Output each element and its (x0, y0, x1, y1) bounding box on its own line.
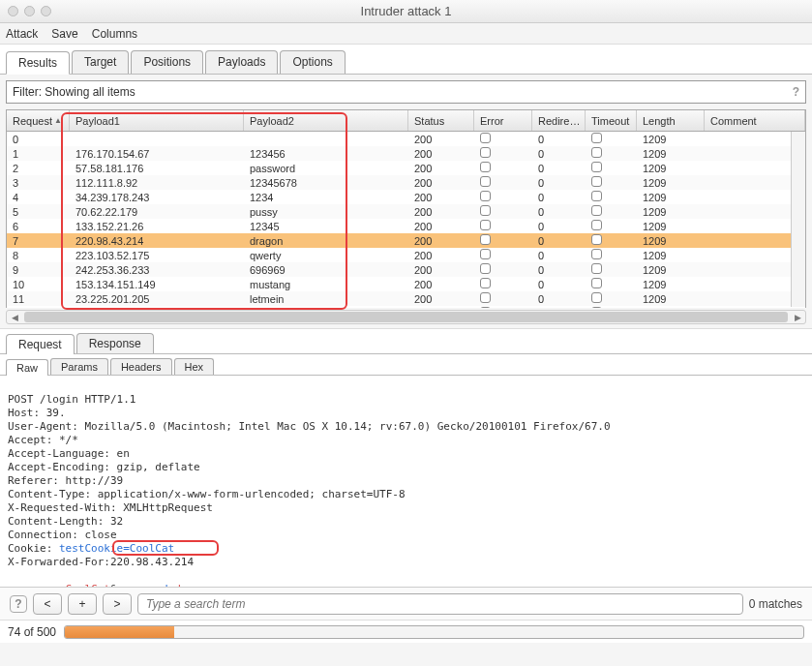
table-row[interactable]: 3112.111.8.921234567820001209 (7, 175, 805, 190)
error-checkbox (480, 307, 491, 308)
tab-params[interactable]: Params (50, 358, 108, 375)
tab-hex[interactable]: Hex (174, 358, 215, 375)
menu-attack[interactable]: Attack (6, 27, 38, 41)
timeout-checkbox (591, 176, 602, 187)
menu-save[interactable]: Save (51, 27, 77, 41)
error-checkbox (480, 234, 491, 245)
timeout-checkbox (591, 292, 602, 303)
timeout-checkbox (591, 162, 602, 172)
error-checkbox (480, 205, 491, 216)
col-timeout[interactable]: Timeout (586, 110, 637, 131)
timeout-checkbox (591, 234, 602, 245)
error-checkbox (480, 292, 491, 303)
col-redirect[interactable]: Redire… (532, 110, 586, 131)
table-row[interactable]: 12209.51.120.158baseball20001209 (7, 306, 805, 308)
error-checkbox (480, 220, 491, 230)
col-request[interactable]: Request (7, 110, 70, 131)
col-length[interactable]: Length (637, 110, 705, 131)
table-row[interactable]: 257.58.181.176password20001209 (7, 161, 805, 175)
tab-response[interactable]: Response (76, 333, 154, 353)
timeout-checkbox (591, 205, 602, 216)
table-row[interactable]: 10153.134.151.149mustang20001209 (7, 277, 805, 291)
progress-label: 74 of 500 (8, 625, 56, 639)
error-checkbox (480, 176, 491, 187)
menu-bar: Attack Save Columns (0, 23, 812, 45)
table-row[interactable]: 434.239.178.243123420001209 (7, 190, 805, 204)
error-checkbox (480, 147, 491, 158)
table-row[interactable]: 6133.152.21.261234520001209 (7, 219, 805, 233)
table-row[interactable]: 9242.253.36.23369696920001209 (7, 262, 805, 277)
error-checkbox (480, 191, 491, 201)
search-bar: ? < + > 0 matches (0, 587, 812, 620)
col-payload2[interactable]: Payload2 (244, 110, 408, 131)
results-table: Request Payload1 Payload2 Status Error R… (6, 109, 806, 308)
raw-request-view[interactable]: POST /login HTTP/1.1 Host: 39. User-Agen… (0, 376, 812, 587)
window-title: Intruder attack 1 (0, 4, 812, 18)
timeout-checkbox (591, 307, 602, 308)
col-status[interactable]: Status (408, 110, 474, 131)
add-button[interactable]: + (68, 593, 97, 615)
col-comment[interactable]: Comment (705, 110, 805, 131)
help-icon[interactable]: ? (793, 85, 799, 99)
col-payload1[interactable]: Payload1 (70, 110, 244, 131)
col-error[interactable]: Error (474, 110, 532, 131)
scroll-left-icon[interactable]: ◀ (7, 311, 22, 323)
table-header: Request Payload1 Payload2 Status Error R… (7, 110, 805, 132)
filter-text: Filter: Showing all items (13, 85, 135, 99)
table-row[interactable]: 8223.103.52.175qwerty20001209 (7, 248, 805, 262)
table-row[interactable]: 1176.170.154.6712345620001209 (7, 146, 805, 161)
search-input[interactable] (137, 593, 743, 615)
error-checkbox (480, 162, 491, 172)
filter-bar[interactable]: Filter: Showing all items ? (6, 80, 806, 104)
tab-raw[interactable]: Raw (6, 359, 48, 376)
vertical-scrollbar[interactable] (791, 132, 805, 307)
error-checkbox (480, 133, 491, 143)
table-row[interactable]: 7220.98.43.214dragon20001209 (7, 233, 805, 248)
timeout-checkbox (591, 147, 602, 158)
timeout-checkbox (591, 278, 602, 288)
timeout-checkbox (591, 263, 602, 274)
timeout-checkbox (591, 133, 602, 143)
progress-bar-row: 74 of 500 (0, 620, 812, 643)
timeout-checkbox (591, 191, 602, 201)
prev-match-button[interactable]: < (33, 593, 62, 615)
match-count: 0 matches (749, 597, 802, 611)
error-checkbox (480, 278, 491, 288)
tab-options[interactable]: Options (280, 50, 345, 74)
tab-headers[interactable]: Headers (110, 358, 172, 375)
next-match-button[interactable]: > (103, 593, 132, 615)
menu-columns[interactable]: Columns (92, 27, 137, 41)
error-checkbox (480, 249, 491, 259)
horizontal-scrollbar[interactable]: ◀ ▶ (6, 310, 806, 324)
table-row[interactable]: 020001209 (7, 132, 805, 146)
help-icon[interactable]: ? (10, 595, 27, 613)
tab-positions[interactable]: Positions (131, 50, 203, 74)
table-row[interactable]: 570.62.22.179pussy20001209 (7, 204, 805, 219)
tab-payloads[interactable]: Payloads (205, 50, 278, 74)
tab-results[interactable]: Results (6, 51, 70, 75)
tab-request[interactable]: Request (6, 334, 75, 354)
progress-bar (64, 625, 804, 639)
table-row[interactable]: 1123.225.201.205letmein20001209 (7, 291, 805, 306)
timeout-checkbox (591, 220, 602, 230)
timeout-checkbox (591, 249, 602, 259)
tab-target[interactable]: Target (72, 50, 129, 74)
error-checkbox (480, 263, 491, 274)
scroll-right-icon[interactable]: ▶ (790, 311, 805, 323)
